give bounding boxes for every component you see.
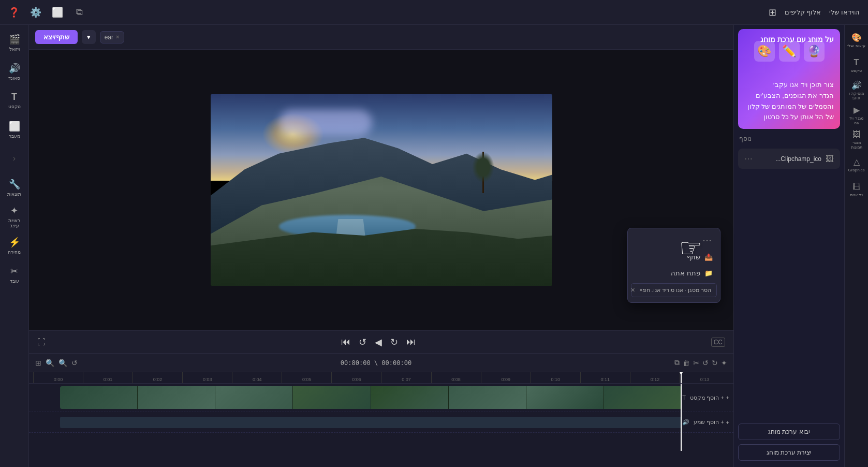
grid-icon[interactable]: ⊞ xyxy=(769,7,776,18)
audio-track-row: + + הוסף שמע 🔊 xyxy=(29,412,733,433)
sidebar-item-visual[interactable]: 🎬 ויזואל xyxy=(3,29,26,56)
video-thumb-1 xyxy=(60,386,138,409)
right-icon-brand[interactable]: 🎨 עיצוב שלי xyxy=(847,29,866,52)
search-close-icon[interactable]: ✕ xyxy=(115,34,120,40)
right-icon-video[interactable]: ▶ מגנר ויד אנו xyxy=(847,104,866,126)
promo-icon-1: 🎨 xyxy=(754,41,775,62)
rewind-btn[interactable]: ↺ xyxy=(359,337,366,348)
results-icon: 🔧 xyxy=(9,179,20,190)
cut-icon[interactable]: ✂ xyxy=(693,359,699,367)
right-text-icon: T xyxy=(854,58,859,67)
brand-label: עיצוב שלי xyxy=(847,43,865,48)
right-icon-graphics[interactable]: △ Graphics xyxy=(847,153,866,176)
video-track-content[interactable] xyxy=(60,386,682,409)
right-panel-content: 🎨 ✏️ 🔮 על מוחג עם ערכת מוחג צור תוכן ויד… xyxy=(734,25,844,467)
magic-icon[interactable]: ✦ xyxy=(721,359,727,367)
ruler-mark: 0:13 xyxy=(680,372,729,383)
video-track-row: + + הוסף מקסט T xyxy=(29,384,733,412)
screen-icon[interactable]: ⬜ xyxy=(52,7,63,18)
image-gen-icon: 🖼 xyxy=(852,130,861,139)
zoom-in-icon[interactable]: 🔍 xyxy=(46,359,54,367)
duplicate-icon[interactable]: ⧉ xyxy=(73,7,85,18)
create-brand-btn[interactable]: יצירת ערכת מוחג xyxy=(738,444,840,461)
add-label: נוסף xyxy=(739,135,752,142)
transitions-icon: ⬜ xyxy=(9,121,20,132)
help-icon[interactable]: ❓ xyxy=(8,7,20,18)
skip-forward-btn[interactable]: ⏭ xyxy=(406,337,416,347)
skip-back-btn[interactable]: ⏮ xyxy=(341,337,350,347)
copy-icon[interactable]: ⧉ xyxy=(674,358,680,367)
sidebar-item-export[interactable]: ✂ עובד xyxy=(3,261,26,288)
cc-btn[interactable]: CC xyxy=(711,338,725,347)
right-icon-text[interactable]: T טקסט xyxy=(847,54,866,77)
image-gen-label: מגנר תמונות xyxy=(847,140,866,150)
audio-track-settings-icon[interactable]: 🔊 xyxy=(682,419,689,426)
sidebar-item-design[interactable]: ✦ ראויות עיצב xyxy=(3,203,26,230)
settings-icon[interactable]: ⚙️ xyxy=(30,7,41,18)
video-track-label: + + הוסף מקסט T xyxy=(682,395,729,401)
sidebar-item-results[interactable]: 🔧 תוצאות xyxy=(3,174,26,201)
mountain-scene xyxy=(211,94,552,286)
right-icon-videos2[interactable]: 🎞 ויד אנוס xyxy=(847,178,866,201)
top-bar: ❓ ⚙️ ⬜ ⧉ הוידאו שלי אלוף קליפים ⊞ xyxy=(0,0,868,25)
sidebar-item-text[interactable]: T טקסט xyxy=(3,87,26,114)
timeline-toolbar: ⊞ 🔍 🔍 ↺ 00:80:00 \ 00:00:00 ⧉ 🗑 ✂ ↺ ↻ ✦ xyxy=(29,354,733,372)
zoom-out-icon[interactable]: 🔍 xyxy=(58,359,67,367)
text-label: טקסט xyxy=(8,104,21,109)
ruler-mark: 0:05 xyxy=(282,372,331,383)
forward-btn[interactable]: ↻ xyxy=(390,337,398,348)
videos2-label: ויד אנוס xyxy=(850,193,863,197)
video-thumb-8 xyxy=(604,386,682,409)
rotate-icon[interactable]: ↺ xyxy=(71,359,78,367)
redo-icon[interactable]: ↻ xyxy=(712,359,718,367)
fullscreen-icon[interactable]: ⛶ xyxy=(37,338,46,347)
ruler-mark: 0:01 xyxy=(83,372,133,383)
dropdown-button[interactable]: ▾ xyxy=(82,30,96,44)
sidebar-collapse-btn[interactable]: › xyxy=(3,145,26,172)
video-thumb-5 xyxy=(371,386,449,409)
right-panel-wrapper: 🎨 ✏️ 🔮 על מוחג עם ערכת מוחג צור תוכן ויד… xyxy=(733,25,868,467)
video-thumb-3 xyxy=(215,386,293,409)
ruler-mark: 0:03 xyxy=(182,372,232,383)
right-icon-sfx[interactable]: 🔊 מוסיקה ו SFX xyxy=(847,79,866,101)
timeline-tools-right: ⧉ 🗑 ✂ ↺ ↻ ✦ xyxy=(674,358,727,367)
search-tag: ear xyxy=(105,34,113,41)
play-btn[interactable]: ◀ xyxy=(375,337,382,348)
playhead[interactable] xyxy=(681,372,682,383)
ruler-mark: 0:10 xyxy=(531,372,580,383)
results-label: תוצאות xyxy=(7,192,21,197)
promo-icons: 🎨 ✏️ 🔮 xyxy=(742,33,836,69)
videos2-icon: 🎞 xyxy=(852,182,861,192)
export-button[interactable]: שתף/יצא xyxy=(35,30,78,44)
my-videos-link[interactable]: הוידאו שלי xyxy=(829,8,860,16)
promo-icon-3: 🔮 xyxy=(804,41,825,62)
video-thumb-7 xyxy=(526,386,604,409)
add-text-icon[interactable]: + xyxy=(726,395,729,401)
snap-icon[interactable]: ⊞ xyxy=(35,359,41,367)
video-thumb-4 xyxy=(293,386,371,409)
main-layout: 🎬 ויזואל 🔊 סאונד T טקסט ⬜ מעבר › 🔧 תוצאו… xyxy=(0,25,868,467)
sfx-icon: 🔊 xyxy=(851,80,862,90)
text-track-settings-icon[interactable]: T xyxy=(682,395,686,401)
undo-icon[interactable]: ↺ xyxy=(702,359,709,367)
add-audio-icon[interactable]: + xyxy=(726,419,729,426)
delete-icon[interactable]: 🗑 xyxy=(683,359,690,367)
champion-clips-link[interactable]: אלוף קליפים xyxy=(785,8,821,16)
sidebar-item-speed[interactable]: ⚡ מהירה xyxy=(3,232,26,259)
sidebar-item-audio[interactable]: 🔊 סאונד xyxy=(3,58,26,85)
track-rows: + + הוסף מקסט T xyxy=(29,384,733,451)
time-display: 00:80:00 \ 00:00:00 xyxy=(341,359,411,367)
audio-track-content[interactable] xyxy=(60,417,682,428)
audio-icon: 🔊 xyxy=(9,63,20,74)
import-brand-btn[interactable]: יבוא ערכת מוחג xyxy=(738,424,840,440)
graphics-label: Graphics xyxy=(848,168,864,172)
sidebar-item-transitions[interactable]: ⬜ מעבר xyxy=(3,116,26,143)
tree xyxy=(482,152,484,193)
export-label: עובד xyxy=(10,279,19,284)
right-icon-image[interactable]: 🖼 מגנר תמונות xyxy=(847,128,866,151)
file-more-btn[interactable]: ⋯ xyxy=(744,154,753,164)
graphics-icon: △ xyxy=(854,157,860,167)
sfx-label: מוסיקה ו SFX xyxy=(847,91,866,100)
audio-label: סאונד xyxy=(8,76,20,81)
ruler-mark: 0:00 xyxy=(33,372,83,383)
